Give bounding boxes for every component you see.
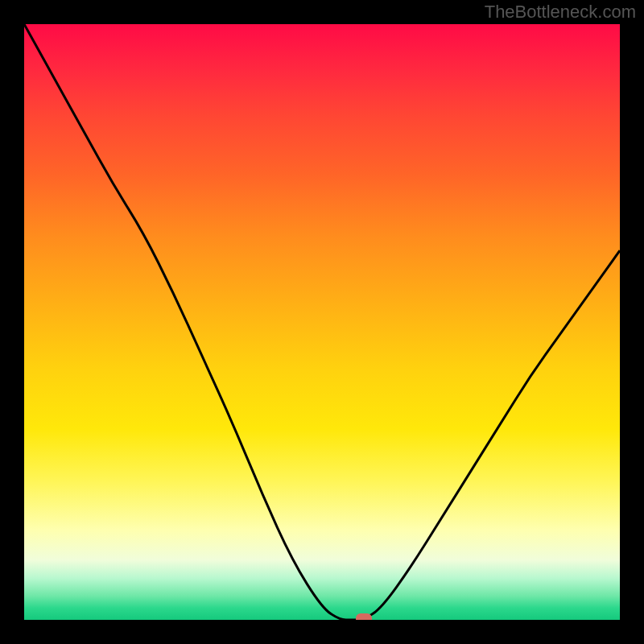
- bottleneck-curve: [24, 24, 620, 620]
- plot-area: [24, 24, 620, 620]
- watermark-text: TheBottleneck.com: [485, 2, 636, 23]
- curve-svg: [24, 24, 620, 620]
- optimal-marker: [356, 613, 372, 620]
- chart-frame: TheBottleneck.com: [0, 0, 644, 644]
